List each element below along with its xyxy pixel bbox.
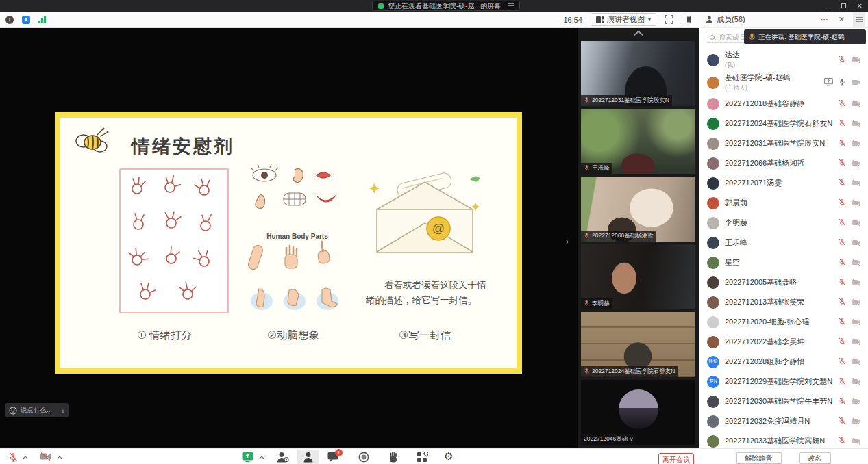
panel-more-button[interactable]: ⋯: [817, 15, 832, 24]
mic-muted-button[interactable]: [8, 452, 18, 464]
member-row[interactable]: 2022712031基础医学院殷实N: [699, 133, 868, 153]
mic-muted-icon: [584, 368, 590, 376]
member-row[interactable]: 基础医学院-硕-赵鹤(主持人): [699, 71, 868, 94]
strip-collapse-chevron-up-icon[interactable]: [633, 30, 644, 36]
chat-input-pill[interactable]: 说点什么...: [5, 403, 58, 417]
window-titlebar: 您正在观看基础医学院-硕-赵...的屏幕 ✕: [0, 0, 868, 12]
members-panel: 成员(56) ⋯ ✕ 正在讲话: 基础医学院-硕-赵鹤 达达(我)基础医学院-硕…: [699, 12, 868, 464]
shared-screen-area: 情绪安慰剂: [0, 28, 578, 448]
manage-members-button[interactable]: [277, 452, 289, 464]
video-tile[interactable]: 李明赫: [581, 244, 695, 309]
chat-unread-badge: 1: [335, 449, 343, 456]
member-row[interactable]: 2022712066基础杨湘哲: [699, 153, 868, 173]
members-button[interactable]: [303, 452, 314, 464]
share-options-chevron-icon[interactable]: [259, 456, 264, 459]
bottom-control-bar: 1 ⚙ 离开会议: [0, 448, 699, 464]
strip-expand-chevron-icon[interactable]: ›: [566, 236, 569, 246]
envelope-illustration: @: [367, 171, 482, 260]
member-status-icons: [838, 415, 861, 428]
camera-off-icon: [852, 177, 861, 190]
avatar: [707, 336, 719, 348]
member-row[interactable]: 王乐峰: [699, 233, 868, 253]
video-strip: 2022712031基础医学院殷实N王乐峰2022712066基础杨湘哲李明赫2…: [578, 28, 699, 448]
member-row[interactable]: 星空: [699, 253, 868, 272]
camera-off-button[interactable]: [40, 452, 51, 464]
layout-icon[interactable]: [682, 16, 691, 23]
apps-button[interactable]: [417, 452, 428, 464]
speaking-toast: 正在讲话: 基础医学院-硕-赵鹤: [744, 29, 866, 44]
camera-off-icon: [852, 415, 861, 428]
members-panel-header: 成员(56) ⋯ ✕: [699, 12, 868, 28]
member-row[interactable]: 2022712032免疫冯靖月N: [699, 411, 868, 431]
member-status-icons: [838, 217, 861, 229]
video-tile[interactable]: 2022712024基础医学院石舒友N: [581, 312, 695, 377]
member-row[interactable]: 2022712030基础医学院牛丰芳N: [699, 391, 868, 411]
member-row[interactable]: 慧N2022712029基础医学院刘文慧N: [699, 372, 868, 391]
member-row[interactable]: 2022712071汤雯: [699, 173, 868, 193]
member-row[interactable]: 2022712024基础医学院石舒友N: [699, 114, 868, 133]
leave-meeting-button[interactable]: 离开会议: [658, 453, 694, 464]
member-row[interactable]: 2022712022基础李昊坤: [699, 332, 868, 352]
video-tile[interactable]: 2022712046基础˅: [581, 380, 695, 445]
avatar: [707, 118, 719, 130]
security-shield-icon[interactable]: ●: [22, 16, 30, 24]
meeting-time: 16:54: [563, 16, 582, 24]
camera-off-icon: [852, 336, 861, 348]
share-screen-button[interactable]: [242, 452, 253, 464]
mic-options-chevron-icon[interactable]: [23, 456, 28, 459]
settings-gear-button[interactable]: ⚙: [444, 451, 453, 461]
video-strip-tiles: 2022712031基础医学院殷实N王乐峰2022712066基础杨湘哲李明赫2…: [581, 41, 695, 445]
camera-options-chevron-icon[interactable]: [57, 456, 62, 459]
camera-off-icon: [852, 98, 861, 110]
minimize-button[interactable]: [824, 2, 830, 10]
member-name: 2022712028组胚李静怡: [725, 357, 838, 367]
member-row[interactable]: 2022712020-细胞-张心瑶: [699, 312, 868, 332]
member-row[interactable]: 达达(我): [699, 49, 868, 71]
member-status-icons: [838, 197, 861, 209]
mic-muted-icon: [584, 96, 590, 105]
member-row[interactable]: 2022712018基础谷静静: [699, 94, 868, 114]
member-row[interactable]: 李明赫: [699, 213, 868, 233]
rename-button[interactable]: 改名: [799, 452, 831, 464]
video-tile[interactable]: 2022712031基础医学院殷实N: [581, 41, 695, 106]
close-button[interactable]: ✕: [857, 2, 863, 10]
members-panel-footer: 解除静音 改名: [699, 448, 868, 464]
raise-hand-button[interactable]: [388, 452, 398, 464]
tile-name-label: 李明赫: [581, 298, 612, 309]
sharing-options-icon[interactable]: [508, 5, 514, 7]
member-name: 2022712022基础李昊坤: [725, 337, 838, 347]
search-icon: [710, 35, 715, 40]
svg-text:@: @: [432, 222, 445, 235]
mic-muted-icon: [838, 177, 846, 190]
avatar: [707, 237, 719, 249]
unmute-button[interactable]: 解除静音: [736, 452, 782, 464]
member-list: 达达(我)基础医学院-硕-赵鹤(主持人)2022712018基础谷静静20227…: [699, 49, 868, 448]
member-row[interactable]: 郭晨萌: [699, 193, 868, 213]
mic-muted-icon: [838, 276, 846, 289]
member-row[interactable]: 2022712013基础张笑荣: [699, 292, 868, 312]
fullscreen-icon[interactable]: [665, 15, 673, 24]
member-name: 郭晨萌: [725, 198, 838, 208]
restore-button[interactable]: [841, 2, 846, 10]
panel-menu-button[interactable]: [853, 12, 865, 27]
avatar: [707, 257, 719, 269]
record-button[interactable]: [358, 452, 369, 464]
tile-chevron-down-icon[interactable]: ˅: [630, 436, 633, 443]
video-tile[interactable]: 王乐峰: [581, 109, 695, 174]
member-role: (主持人): [725, 83, 824, 92]
member-name: 2022712066基础杨湘哲: [725, 158, 838, 168]
meeting-info-icon[interactable]: i: [5, 16, 14, 24]
member-name: 王乐峰: [725, 237, 838, 248]
chat-collapse-button[interactable]: ‹: [57, 403, 69, 417]
member-row[interactable]: 静怡2022712028组胚李静怡: [699, 352, 868, 372]
mic-muted-icon: [838, 197, 846, 209]
panel-close-button[interactable]: ✕: [835, 15, 848, 24]
sharing-title-pill[interactable]: 您正在观看基础医学院-硕-赵...的屏幕: [372, 1, 520, 11]
member-name: 2022712024基础医学院石舒友N: [725, 118, 838, 129]
tile-name-label: 王乐峰: [581, 163, 612, 174]
member-row[interactable]: 2022712005基础聂骆: [699, 272, 868, 292]
member-row[interactable]: 2022712033基础医学院高妍N: [699, 431, 868, 448]
network-signal-icon[interactable]: [38, 16, 46, 23]
video-tile[interactable]: 2022712066基础杨湘哲: [581, 177, 695, 242]
view-mode-button[interactable]: 演讲者视图 ▾: [591, 13, 656, 26]
